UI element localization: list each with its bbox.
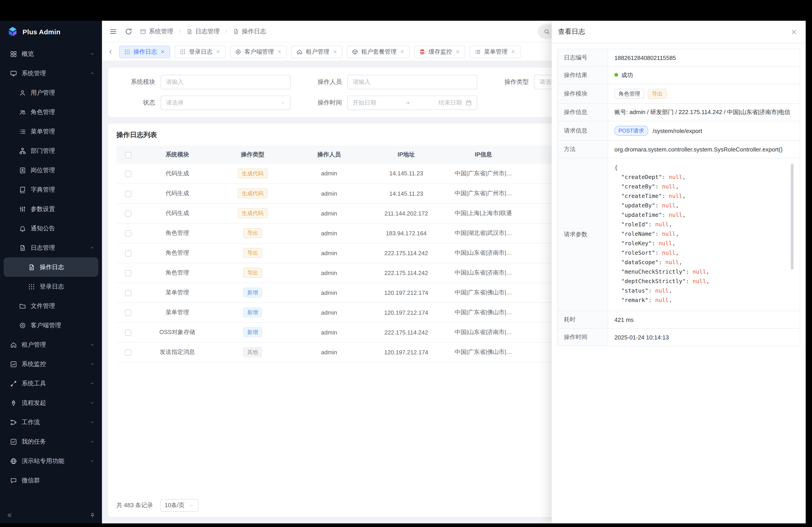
code-line: "roleName": null, [614,229,787,239]
page-size-value: 10条/页 [165,501,185,509]
close-icon[interactable] [511,49,516,54]
tabs-scroll-left-button[interactable] [107,48,114,55]
sidebar-item[interactable]: 租户管理 [0,335,102,354]
sidebar-item-label: 参数设置 [31,205,95,213]
folder-icon [19,302,26,310]
target-icon [19,322,26,329]
close-icon[interactable] [332,49,337,54]
drawer-close-button[interactable] [791,28,798,35]
close-icon[interactable] [400,49,405,54]
cell-op-type: 其他 [215,342,291,362]
request-url: /system/role/export [653,127,702,134]
page-size-select[interactable]: 10条/页 [160,499,199,512]
dots-grid-icon [124,48,130,55]
pin-sidebar-button[interactable] [89,512,96,518]
collapse-sidebar-button[interactable] [6,512,13,518]
row-checkbox[interactable] [125,270,131,276]
drawer-field-row: 请求信息POST请求/system/role/export [557,121,800,140]
close-icon[interactable] [160,49,165,54]
tab[interactable]: 登录日志 [175,45,226,58]
sidebar-item[interactable]: 操作日志 [4,257,98,277]
tab[interactable]: 租户管理 [291,45,343,58]
sidebar-item[interactable]: 流程发起 [0,393,102,412]
chevron-down-icon [90,381,95,386]
select-all-checkbox[interactable] [125,152,131,158]
field-label: 操作信息 [557,104,608,121]
sidebar-item[interactable]: 客户端管理 [0,316,102,335]
sidebar-item[interactable]: 用户管理 [0,83,102,102]
cell-ip: 120.197.212.174 [368,283,445,302]
sidebar-item[interactable]: 文件管理 [0,296,102,316]
module-label: 系统模块 [116,78,155,86]
sidebar-item[interactable]: 概览 [0,44,102,63]
chevron-down-icon [90,362,95,366]
time-range-picker[interactable]: 开始日期 结束日期 [347,95,477,110]
chevron-down-icon [90,342,95,347]
close-icon[interactable] [216,49,221,54]
row-checkbox[interactable] [125,230,131,237]
drawer-field-row: 日志编号1882612840802115585 [557,49,800,66]
sidebar-item-label: 部门管理 [31,147,95,155]
row-checkbox[interactable] [125,191,131,197]
row-checkbox[interactable] [125,349,131,356]
tab[interactable]: 菜单管理 [469,45,521,58]
json-value: null [669,211,682,218]
op-type-tag: 导出 [243,248,262,258]
sidebar-item[interactable]: 演示站专用功能 [0,451,102,471]
sidebar-item[interactable]: 参数设置 [0,199,102,219]
chevron-down-icon [90,439,95,444]
breadcrumb-item[interactable]: 系统管理 [140,27,173,35]
scrollbar-thumb[interactable] [791,164,794,270]
sidebar-item[interactable]: 部门管理 [0,141,102,161]
close-icon[interactable] [277,49,282,54]
close-icon[interactable] [455,49,460,54]
users-icon [19,108,26,116]
row-checkbox[interactable] [125,171,131,177]
cell-ip-info: 中国|山东省|济南市|… [445,322,522,342]
json-value: null [693,268,706,275]
sidebar-item[interactable]: 系统工具 [0,374,102,393]
cell-op-type: 生成代码 [215,183,291,203]
tab[interactable]: 操作日志 [119,45,170,58]
operator-input[interactable]: 请输入 [347,75,477,89]
tab[interactable]: 缓存监控 [414,45,465,58]
tab[interactable]: 租户套餐管理 [347,45,410,58]
sidebar-item[interactable]: 通知公告 [0,219,102,238]
cell-operator: admin [291,223,368,243]
breadcrumb-label: 日志管理 [195,27,220,35]
sidebar-item[interactable]: 系统管理 [0,63,102,83]
sidebar-item[interactable]: 我的任务 [0,432,102,451]
module-input[interactable]: 请输入 [161,75,291,89]
refresh-button[interactable] [125,27,133,35]
status-select[interactable]: 请选择 [161,95,291,110]
sidebar-item[interactable]: 系统监控 [0,354,102,374]
sidebar-item[interactable]: 工作流 [0,412,102,432]
sidebar-item[interactable]: 登录日志 [0,277,102,296]
sidebar-item[interactable]: 菜单管理 [0,122,102,141]
toggle-sidebar-button[interactable] [109,27,117,35]
sidebar-item[interactable]: 日志管理 [0,238,102,257]
breadcrumb-item[interactable]: 日志管理 [186,27,220,35]
row-checkbox[interactable] [125,330,131,336]
sidebar-item[interactable]: 岗位管理 [0,161,102,180]
breadcrumb-item[interactable]: 操作日志 [233,27,266,35]
filter-module: 系统模块 请输入 [116,75,291,89]
cell-checkbox [116,223,140,243]
json-value: null [669,174,682,180]
cell-module: 角色管理 [140,243,215,263]
field-label: 请求参数 [557,158,608,311]
globe-icon [10,457,17,465]
sidebar-item[interactable]: 角色管理 [0,102,102,122]
row-checkbox[interactable] [125,310,131,316]
tab[interactable]: 客户端管理 [230,45,287,58]
cell-module: 代码生成 [140,164,215,183]
sidebar-item[interactable]: 字典管理 [0,180,102,199]
pin-icon [89,512,96,518]
sidebar-item[interactable]: 微信群 [0,471,102,490]
row-checkbox[interactable] [125,250,131,257]
op-type-tag: 导出 [243,268,262,278]
row-checkbox[interactable] [125,211,131,217]
sidebar-item-label: 演示站专用功能 [21,457,85,465]
json-key: "createDept" [614,174,662,180]
row-checkbox[interactable] [125,290,131,296]
